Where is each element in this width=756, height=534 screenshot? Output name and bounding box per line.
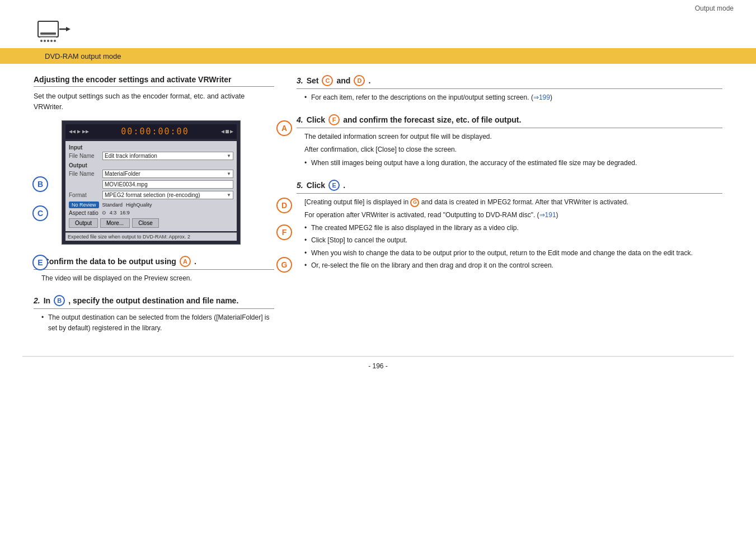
vr-more-button[interactable]: More... <box>100 218 130 228</box>
step3-title: 3. Set C and D . <box>297 75 722 89</box>
circle-A: A <box>276 120 292 136</box>
vr-aspect-16-9[interactable]: 16:9 <box>120 210 130 216</box>
step5-bullet-3: When you wish to change the data to be o… <box>304 248 722 259</box>
step2-circle-B: B <box>54 295 65 306</box>
vr-fwd-btn[interactable]: ▶ <box>230 128 233 134</box>
vr-timecode-bar: ◀◀ ▶ ▶▶ 00:00:00:00 ◀ ■ ▶ <box>65 124 237 139</box>
output-mode-label: Output mode <box>695 4 734 12</box>
yellowbar-title: DVD-RAM output mode <box>45 52 121 60</box>
left-section-body: Set the output settings such as the enco… <box>34 91 274 113</box>
left-section-title: Adjusting the encoder settings and activ… <box>34 75 274 87</box>
vr-quality-highquality[interactable]: HighQuality <box>126 202 152 208</box>
step5-body-mid: and data is created in MPEG2 format. Aft… <box>421 198 628 206</box>
step3-link[interactable]: ⇒199 <box>533 93 550 101</box>
vr-aspect-icon: ⊙ <box>102 210 106 216</box>
step3-num: 3. <box>297 76 303 85</box>
step5-link[interactable]: ⇒191 <box>539 211 556 219</box>
top-bar: Output mode <box>0 0 756 15</box>
step3-set: Set <box>307 76 319 85</box>
circle-B: B <box>32 176 48 192</box>
vr-filename-value: Edit track information <box>105 153 157 159</box>
vr-output-filename-input[interactable]: MaterialFolder ▼ <box>102 170 233 178</box>
vr-aspect-4-3[interactable]: 4:3 <box>110 210 117 216</box>
vr-movie-row: MOVIE0034.mpg <box>69 180 233 189</box>
step3-section: 3. Set C and D . For each item, refer to… <box>297 75 722 103</box>
vr-close-button[interactable]: Close <box>132 218 159 228</box>
circle-D: D <box>276 198 292 213</box>
step5-bullets: The created MPEG2 file is also displayed… <box>304 223 722 271</box>
svg-point-3 <box>40 40 43 42</box>
step3-body: For each item, refer to the descriptions… <box>304 92 722 103</box>
step5-circle-E: E <box>328 180 340 191</box>
step5-body2: For operation after VRWriter is activate… <box>304 210 722 221</box>
header-area <box>0 15 756 48</box>
vr-format-arrow: ▼ <box>227 193 231 198</box>
step4-click: Click <box>307 115 325 124</box>
step5-num: 5. <box>297 181 303 190</box>
vr-output-button[interactable]: Output <box>69 218 98 228</box>
vr-back-btn[interactable]: ◀ <box>221 128 224 134</box>
vr-screen-wrapper: B C E A D F G ◀◀ ▶ ▶▶ <box>50 120 274 245</box>
left-column: Adjusting the encoder settings and activ… <box>34 75 274 345</box>
step5-bullet-1: The created MPEG2 file is also displayed… <box>304 223 722 233</box>
vr-stop-btn[interactable]: ■ <box>226 128 229 134</box>
step1-title: 1. Confirm the data to be output using A… <box>34 256 274 270</box>
step4-title-post: and confirm the forecast size, etc. of f… <box>343 115 521 124</box>
vr-input-label: Input <box>69 144 233 151</box>
vr-movie-value: MOVIE0034.mpg <box>105 181 148 188</box>
step3-bullets: For each item, refer to the descriptions… <box>304 92 722 103</box>
step3-circle-C: C <box>322 75 333 86</box>
step5-body-pre: [Creating output file] is displayed in <box>304 198 408 206</box>
svg-rect-2 <box>40 36 56 38</box>
svg-marker-9 <box>66 27 71 31</box>
vr-next-btn[interactable]: ▶▶ <box>82 128 89 134</box>
left-circle-labels: B C E <box>32 137 48 270</box>
vr-output-filename-row: File Name MaterialFolder ▼ <box>69 170 233 178</box>
vr-filename-label: File Name <box>69 153 102 159</box>
step5-circle-G: G <box>410 198 419 207</box>
step2-bullets: The output destination can be selected f… <box>41 312 274 334</box>
step3-circle-D: D <box>354 75 365 86</box>
step4-num: 4. <box>297 115 303 124</box>
step4-section: 4. Click F and confirm the forecast size… <box>297 114 722 168</box>
step2-title: 2. In B , specify the output destination… <box>34 295 274 309</box>
step5-section: 5. Click E . [Creating output file] is d… <box>297 180 722 271</box>
vr-format-value: MPEG2 format selection (re-encoding) <box>105 192 200 198</box>
step5-title: 5. Click E . <box>297 180 722 194</box>
vr-quality-group: No Review Standard HighQuality <box>69 202 233 208</box>
step1-title-text: Confirm the data to be output using <box>44 257 176 266</box>
step2-body: The output destination can be selected f… <box>41 312 274 334</box>
vr-output-label: Output <box>69 162 233 168</box>
vr-quality-standard[interactable]: Standard <box>102 202 123 208</box>
step1-body-text: The video will be displayed on the Previ… <box>41 274 192 282</box>
step3-and: and <box>336 76 350 85</box>
vr-prev-btn[interactable]: ◀◀ <box>69 128 76 134</box>
step4-bullet-1: When still images being output have a lo… <box>304 158 722 168</box>
step1-circle-A: A <box>180 256 191 267</box>
circle-C: C <box>32 205 48 221</box>
vr-filename-row: File Name Edit track information ▼ <box>69 152 233 160</box>
vr-play-btn[interactable]: ▶ <box>77 128 81 134</box>
circle-E: E <box>32 255 48 270</box>
vr-movie-input[interactable]: MOVIE0034.mpg <box>102 180 233 189</box>
vr-format-input[interactable]: MPEG2 format selection (re-encoding) ▼ <box>102 191 233 199</box>
step4-body2-text: After confirmation, click [Close] to clo… <box>304 144 722 155</box>
vr-filename-input[interactable]: Edit track information ▼ <box>102 152 233 160</box>
svg-point-5 <box>47 40 49 42</box>
step1-title-dot: . <box>194 257 196 266</box>
circle-G: G <box>276 257 292 273</box>
right-column: 3. Set C and D . For each item, refer to… <box>297 75 722 345</box>
svg-point-6 <box>50 40 53 42</box>
page-number: - 196 - <box>22 356 734 376</box>
dvd-output-icon <box>36 17 71 46</box>
vr-aspect-row: Aspect ratio ⊙ 4:3 16:9 <box>69 210 233 216</box>
vr-quality-noreview[interactable]: No Review <box>69 202 99 208</box>
right-circle-labels: A D F G <box>276 120 292 273</box>
svg-point-4 <box>44 40 46 42</box>
circle-F: F <box>276 224 292 240</box>
step4-body: The detailed information screen for outp… <box>304 132 722 168</box>
step3-bullet-1: For each item, refer to the descriptions… <box>304 92 722 103</box>
vr-filename-arrow: ▼ <box>227 153 231 158</box>
step3-dot: . <box>368 76 370 85</box>
yellow-bar: DVD-RAM output mode <box>0 48 756 64</box>
